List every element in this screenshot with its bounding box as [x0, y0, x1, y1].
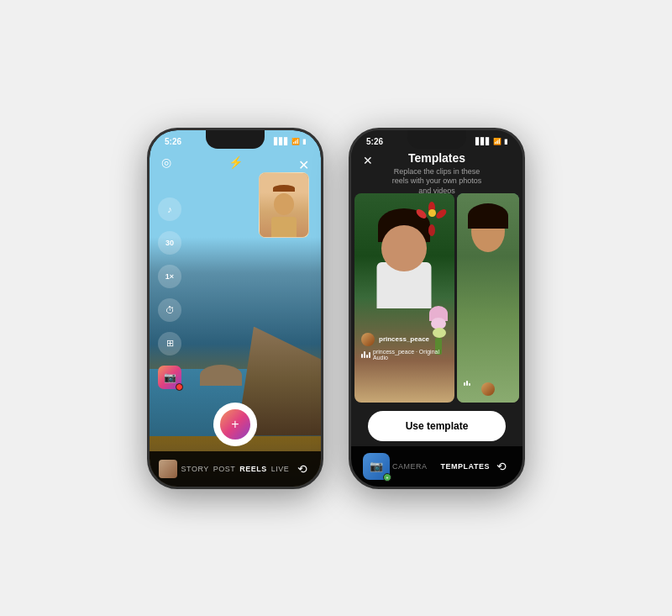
user-row: princess_peace — [361, 333, 448, 346]
audio-label: princess_peace · Original Audio — [373, 349, 448, 361]
countdown-icon[interactable]: ⏱ — [158, 298, 181, 322]
instagram-icon[interactable]: 📷 — [158, 366, 181, 389]
audio-row: princess_peace · Original Audio — [361, 349, 448, 361]
camera-screen: 5:26 ▋▋▋ 📶 ▮ ◎ ⚡ ✕ — [150, 130, 321, 487]
templates-header: Templates Replace the clips in these ree… — [351, 151, 522, 197]
side-audio-bars — [464, 381, 470, 386]
templates-screen: 5:26 ▋▋▋ 📶 ▮ ✕ Templates Replace the cli… — [351, 130, 522, 487]
speed-icon[interactable]: 1× — [158, 265, 181, 288]
notification-badge — [176, 383, 183, 391]
status-bar-1: 5:26 ▋▋▋ 📶 ▮ — [150, 137, 321, 146]
shutter-inner: + — [220, 409, 250, 440]
video-tile-side[interactable] — [457, 193, 519, 403]
settings-icon[interactable]: ◎ — [161, 155, 171, 169]
status-icons-1: ▋▋▋ 📶 ▮ — [274, 138, 306, 145]
username-label: princess_peace — [379, 335, 429, 343]
nav-post[interactable]: POST — [213, 465, 236, 473]
use-template-label: Use template — [406, 420, 469, 432]
island-bg — [200, 365, 242, 386]
video-strip: princess_peace princess_peace · Original… — [351, 193, 522, 403]
battery-icon-2: ▮ — [504, 138, 507, 145]
flip-camera-icon-2[interactable]: ⟲ — [492, 457, 511, 476]
nav-templates-tab[interactable]: TEMPLATES — [441, 462, 490, 471]
nav-live[interactable]: LIVE — [271, 465, 290, 473]
use-template-button[interactable]: Use template — [368, 411, 506, 441]
timer-icon[interactable]: 30 — [158, 231, 181, 255]
camera-icon: 📷 — [370, 460, 383, 472]
templates-title: Templates — [385, 151, 489, 165]
video-bg-side — [457, 193, 519, 403]
video-tile-main[interactable]: princess_peace princess_peace · Original… — [354, 193, 454, 403]
status-icons-2: ▋▋▋ 📶 ▮ — [475, 138, 507, 145]
time-display-2: 5:26 — [366, 137, 383, 146]
time-display-1: 5:26 — [165, 137, 181, 146]
camera-badge: + — [383, 473, 391, 482]
battery-icon-1: ▮ — [302, 138, 306, 145]
phone-templates: 5:26 ▋▋▋ 📶 ▮ ✕ Templates Replace the cli… — [349, 128, 525, 489]
camera-toolbar: ♪ 30 1× ⏱ ⊞ 📷 — [158, 197, 181, 389]
signal-icon-2: ▋▋▋ — [475, 138, 491, 145]
nav-reels[interactable]: REELS — [239, 465, 267, 473]
gallery-thumbnail[interactable] — [159, 460, 177, 478]
camera-bottom-nav: STORY POST REELS LIVE ⟲ — [150, 451, 321, 487]
layout-icon[interactable]: ⊞ — [158, 332, 181, 355]
phone-camera: 5:26 ▋▋▋ 📶 ▮ ◎ ⚡ ✕ — [147, 128, 323, 489]
nav-camera-tab[interactable]: CAMERA — [392, 462, 428, 471]
shutter-button[interactable]: + — [213, 403, 257, 446]
templates-subtitle: Replace the clips in these reels with yo… — [385, 167, 489, 197]
templates-bottom-nav: 📷 + CAMERA TEMPLATES ⟲ — [351, 446, 522, 487]
side-avatar — [481, 382, 495, 396]
wifi-icon-1: 📶 — [291, 138, 300, 145]
music-icon[interactable]: ♪ — [158, 197, 181, 221]
video-bg-main: princess_peace princess_peace · Original… — [354, 193, 454, 403]
wifi-icon-2: 📶 — [493, 138, 501, 145]
templates-nav-tabs: CAMERA TEMPLATES — [392, 462, 490, 471]
user-avatar — [361, 333, 375, 346]
flip-camera-icon[interactable]: ⟲ — [293, 460, 312, 478]
audio-bars — [361, 351, 370, 358]
selfie-face-bg — [260, 173, 308, 237]
selfie-preview[interactable] — [259, 172, 309, 238]
status-bar-2: 5:26 ▋▋▋ 📶 ▮ — [351, 137, 522, 146]
camera-nav-icon[interactable]: 📷 + — [363, 453, 390, 480]
user-info-overlay: princess_peace princess_peace · Original… — [361, 333, 448, 361]
nav-story[interactable]: STORY — [181, 465, 209, 473]
signal-icon-1: ▋▋▋ — [274, 138, 289, 145]
flash-icon[interactable]: ⚡ — [228, 155, 243, 169]
close-icon[interactable]: ✕ — [298, 157, 309, 173]
